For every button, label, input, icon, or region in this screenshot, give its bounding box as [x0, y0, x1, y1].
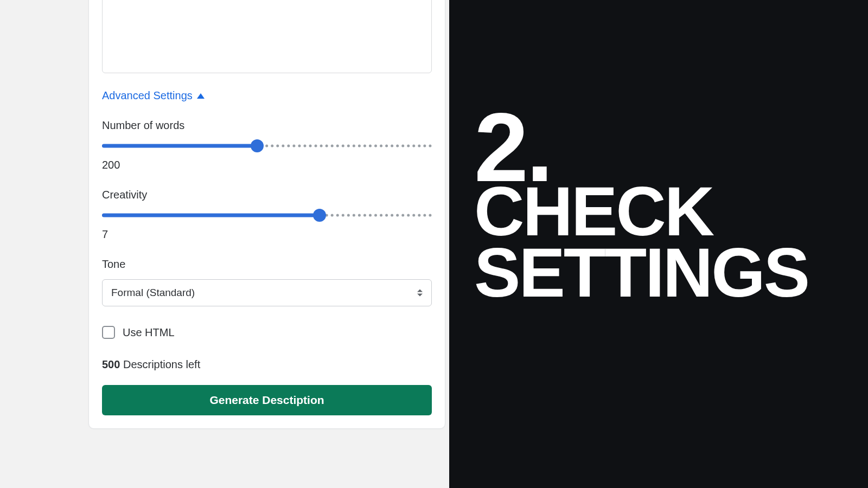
word-count-field: Number of words 200	[102, 119, 432, 171]
use-html-label: Use HTML	[123, 326, 175, 339]
word-count-label: Number of words	[102, 119, 432, 132]
slider-track-fill	[102, 144, 257, 148]
settings-card: Advanced Settings Number of words 200 Cr…	[88, 0, 445, 429]
caret-up-icon	[197, 93, 205, 99]
generate-button-label: Generate Desctiption	[209, 394, 324, 407]
creativity-field: Creativity 7	[102, 189, 432, 241]
generate-button[interactable]: Generate Desctiption	[102, 385, 432, 415]
tone-selected-value: Formal (Standard)	[111, 287, 195, 299]
word-count-value: 200	[102, 159, 432, 171]
advanced-settings-toggle[interactable]: Advanced Settings	[102, 89, 205, 102]
word-count-slider[interactable]	[102, 140, 432, 151]
creativity-value: 7	[102, 228, 432, 241]
descriptions-left-suffix: Descriptions left	[120, 358, 200, 370]
form-panel: Advanced Settings Number of words 200 Cr…	[0, 0, 449, 488]
use-html-row: Use HTML	[102, 326, 432, 339]
select-caret-icon	[417, 290, 423, 297]
slider-track-fill	[102, 214, 320, 217]
advanced-settings-label: Advanced Settings	[102, 89, 193, 102]
descriptions-left-count: 500	[102, 358, 120, 370]
slider-thumb[interactable]	[251, 139, 264, 152]
creativity-label: Creativity	[102, 189, 432, 201]
input-textarea[interactable]	[102, 0, 432, 73]
slider-thumb[interactable]	[313, 209, 326, 222]
tone-field: Tone Formal (Standard)	[102, 258, 432, 306]
step-title-line1: CHECK	[474, 181, 808, 242]
creativity-slider[interactable]	[102, 210, 432, 221]
tone-label: Tone	[102, 258, 432, 271]
step-title-line2: SETTINGS	[474, 242, 808, 304]
use-html-checkbox[interactable]	[102, 326, 115, 339]
instruction-panel: 2. CHECK SETTINGS	[449, 0, 868, 488]
step-title: CHECK SETTINGS	[474, 181, 808, 303]
tone-select[interactable]: Formal (Standard)	[102, 279, 432, 306]
descriptions-left: 500 Descriptions left	[102, 358, 432, 371]
